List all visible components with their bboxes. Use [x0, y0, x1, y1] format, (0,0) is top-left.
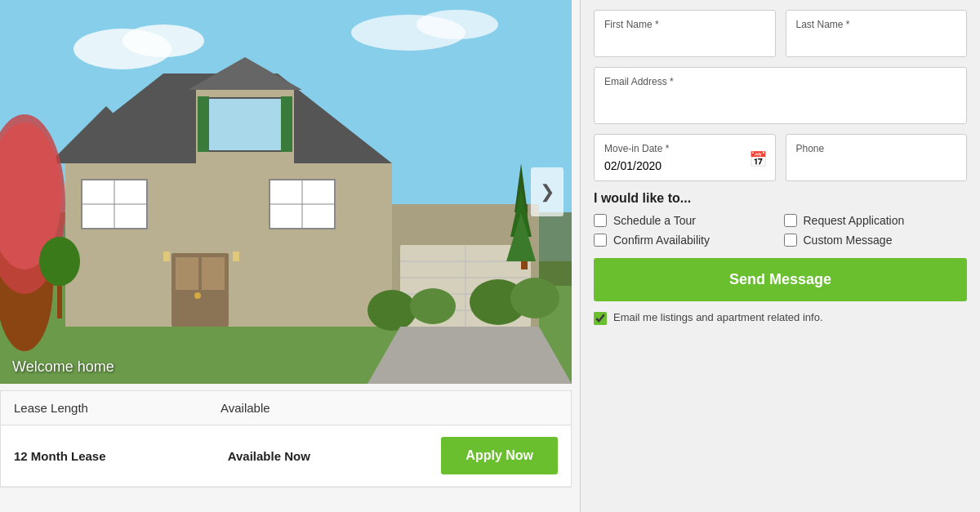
svg-rect-24 — [281, 96, 292, 152]
request-application-checkbox-item[interactable]: Request Application — [784, 214, 968, 227]
preferences-section: I would like to... Schedule a Tour Reque… — [594, 191, 967, 247]
schedule-tour-label: Schedule a Tour — [613, 214, 696, 227]
lease-length-cell: 12 Month Lease — [14, 449, 228, 463]
checkbox-grid: Schedule a Tour Request Application Conf… — [594, 214, 967, 247]
available-cell: Available Now — [228, 449, 442, 463]
chevron-right-icon: ❯ — [540, 181, 555, 203]
last-name-label: Last Name * — [796, 19, 957, 30]
request-application-label: Request Application — [804, 214, 905, 227]
email-notice-checkbox[interactable] — [594, 312, 607, 325]
svg-rect-23 — [198, 96, 209, 152]
svg-rect-32 — [163, 252, 170, 261]
custom-message-checkbox[interactable] — [784, 234, 797, 247]
svg-point-31 — [194, 292, 201, 299]
svg-point-40 — [510, 278, 559, 318]
date-phone-row: Move-in Date * 📅 Phone — [594, 134, 967, 181]
schedule-tour-checkbox[interactable] — [594, 214, 607, 227]
contact-form-panel: First Name * Last Name * Email Address *… — [580, 0, 980, 512]
svg-point-38 — [410, 288, 456, 324]
welcome-text: Welcome home — [12, 358, 114, 375]
calendar-icon: 📅 — [749, 150, 767, 165]
confirm-availability-label: Confirm Availability — [613, 234, 710, 247]
request-application-checkbox[interactable] — [784, 214, 797, 227]
last-name-input[interactable] — [796, 35, 957, 48]
move-in-input[interactable] — [604, 159, 765, 172]
property-image-container: Welcome home ❯ — [0, 0, 572, 384]
svg-point-37 — [368, 290, 416, 331]
email-label: Email Address * — [604, 76, 956, 87]
first-name-input[interactable] — [604, 35, 765, 48]
phone-label: Phone — [796, 143, 957, 154]
svg-point-2 — [122, 24, 204, 57]
svg-point-46 — [39, 237, 80, 286]
custom-message-label: Custom Message — [804, 234, 893, 247]
last-name-field: Last Name * — [786, 10, 968, 57]
first-name-field: First Name * — [594, 10, 776, 57]
available-header: Available — [220, 401, 427, 415]
image-overlay: Welcome home — [0, 350, 572, 384]
table-row: 12 Month Lease Available Now Apply Now — [1, 425, 571, 487]
confirm-availability-checkbox[interactable] — [594, 234, 607, 247]
phone-input[interactable] — [796, 159, 957, 172]
next-image-button[interactable]: ❯ — [531, 167, 564, 216]
preferences-heading: I would like to... — [594, 191, 967, 206]
email-notice-row: Email me listings and apartment related … — [594, 311, 967, 325]
move-in-label: Move-in Date * — [604, 143, 765, 154]
first-name-label: First Name * — [604, 19, 765, 30]
svg-rect-22 — [208, 98, 282, 151]
svg-rect-29 — [176, 257, 198, 290]
custom-message-checkbox-item[interactable]: Custom Message — [784, 234, 968, 247]
email-field: Email Address * — [594, 67, 967, 124]
send-message-button[interactable]: Send Message — [594, 258, 967, 301]
svg-rect-33 — [233, 252, 239, 261]
schedule-tour-checkbox-item[interactable]: Schedule a Tour — [594, 214, 777, 227]
svg-point-4 — [416, 10, 498, 39]
apply-now-button[interactable]: Apply Now — [441, 437, 558, 474]
move-in-date-field: Move-in Date * 📅 — [594, 134, 776, 181]
phone-field: Phone — [786, 134, 968, 181]
table-header: Lease Length Available — [1, 391, 571, 425]
email-notice-text: Email me listings and apartment related … — [613, 311, 823, 323]
left-panel: Welcome home ❯ Lease Length Available 12… — [0, 0, 580, 512]
name-row: First Name * Last Name * — [594, 10, 967, 57]
email-input[interactable] — [604, 92, 956, 105]
svg-rect-30 — [202, 257, 225, 290]
confirm-availability-checkbox-item[interactable]: Confirm Availability — [594, 234, 777, 247]
lease-table: Lease Length Available 12 Month Lease Av… — [0, 390, 572, 488]
lease-length-header: Lease Length — [14, 401, 220, 415]
